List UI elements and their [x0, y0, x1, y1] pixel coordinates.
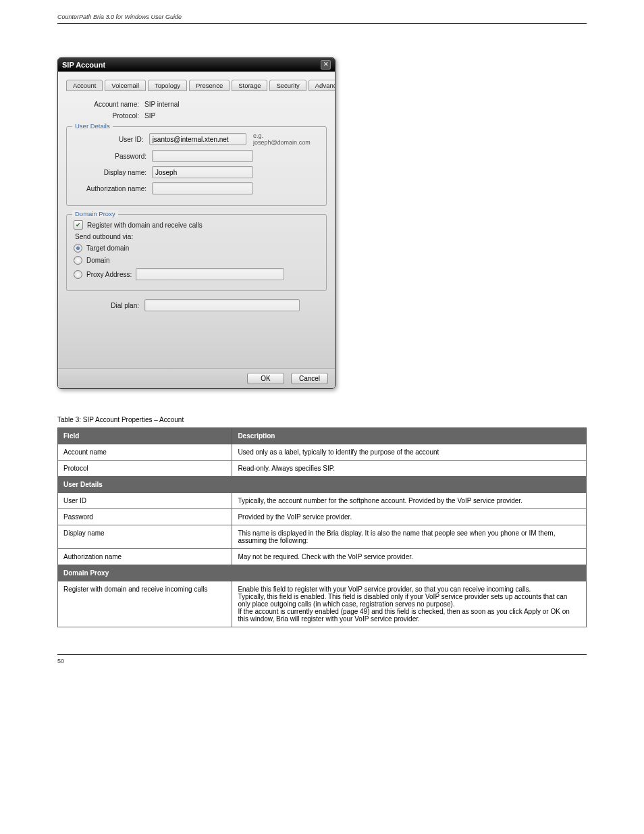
section-domain-proxy: Domain Proxy: [58, 565, 587, 581]
table-row: User ID Typically, the account number fo…: [58, 493, 587, 509]
tab-voicemail[interactable]: Voicemail: [105, 80, 146, 91]
auth-name-label: Authorization name:: [74, 185, 152, 192]
table-row: Register with domain and receive incomin…: [58, 581, 587, 627]
dial-plan-label: Dial plan:: [66, 302, 144, 309]
page-number: 50: [57, 658, 64, 664]
register-checkbox[interactable]: ✔: [74, 220, 83, 230]
password-input[interactable]: [152, 150, 253, 162]
tab-topology[interactable]: Topology: [148, 80, 187, 91]
user-id-input[interactable]: [149, 133, 246, 145]
user-details-fieldset: User Details User ID: e.g. joseph@domain…: [66, 126, 327, 206]
radio-proxy-label: Proxy Address:: [86, 271, 132, 278]
dialog-titlebar: SIP Account ✕: [58, 58, 335, 72]
domain-proxy-legend: Domain Proxy: [72, 210, 118, 217]
page-footer: 50: [57, 654, 587, 664]
register-checkbox-label: Register with domain and receive calls: [87, 221, 203, 229]
radio-target-domain-label: Target domain: [86, 244, 129, 252]
header-left: CounterPath Bria 3.0 for Windows User Gu…: [57, 14, 182, 20]
protocol-label: Protocol:: [66, 112, 144, 120]
radio-domain-label: Domain: [86, 257, 109, 264]
tab-presence[interactable]: Presence: [189, 80, 230, 91]
display-name-label: Display name:: [74, 169, 152, 176]
col-field: Field: [58, 428, 232, 444]
table-row: Display name This name is displayed in t…: [58, 525, 587, 549]
protocol-value: SIP: [144, 112, 155, 120]
tab-storage[interactable]: Storage: [232, 80, 267, 91]
section-user-details: User Details: [58, 477, 587, 493]
display-name-input[interactable]: [152, 166, 253, 178]
close-icon[interactable]: ✕: [321, 60, 331, 70]
user-id-hint: e.g. joseph@domain.com: [253, 132, 319, 146]
table-row: Protocol Read-only. Always specifies SIP…: [58, 461, 587, 477]
dial-plan-input[interactable]: [144, 299, 300, 311]
table-title: Table 3: SIP Account Properties – Accoun…: [57, 416, 587, 423]
dialog-title: SIP Account: [62, 61, 105, 69]
table-row: Password Provided by the VoIP service pr…: [58, 509, 587, 525]
radio-domain[interactable]: [74, 256, 82, 265]
radio-proxy[interactable]: [74, 270, 82, 279]
tab-account[interactable]: Account: [66, 80, 103, 91]
dialog-tabs: Account Voicemail Topology Presence Stor…: [66, 80, 327, 91]
auth-name-input[interactable]: [152, 182, 253, 194]
user-id-label: User ID:: [74, 136, 149, 143]
page-header: CounterPath Bria 3.0 for Windows User Gu…: [57, 14, 587, 24]
password-label: Password:: [74, 153, 152, 160]
account-properties-table: Field Description Account name Used only…: [57, 427, 587, 627]
tab-advanced[interactable]: Advanced: [308, 80, 336, 91]
col-description: Description: [232, 428, 587, 444]
ok-button[interactable]: OK: [247, 373, 284, 384]
cancel-button[interactable]: Cancel: [291, 373, 328, 384]
sip-account-dialog: SIP Account ✕ Account Voicemail Topology…: [57, 57, 336, 389]
send-outbound-label: Send outbound via:: [75, 233, 319, 240]
tab-security[interactable]: Security: [269, 80, 306, 91]
account-name-label: Account name:: [66, 101, 144, 108]
radio-target-domain[interactable]: [74, 244, 82, 253]
user-details-legend: User Details: [72, 122, 113, 130]
account-name-value: SIP internal: [144, 101, 180, 108]
table-row: Account name Used only as a label, typic…: [58, 444, 587, 461]
domain-proxy-fieldset: Domain Proxy ✔ Register with domain and …: [66, 214, 327, 291]
proxy-address-input[interactable]: [136, 268, 284, 280]
table-row: Authorization name May not be required. …: [58, 549, 587, 565]
